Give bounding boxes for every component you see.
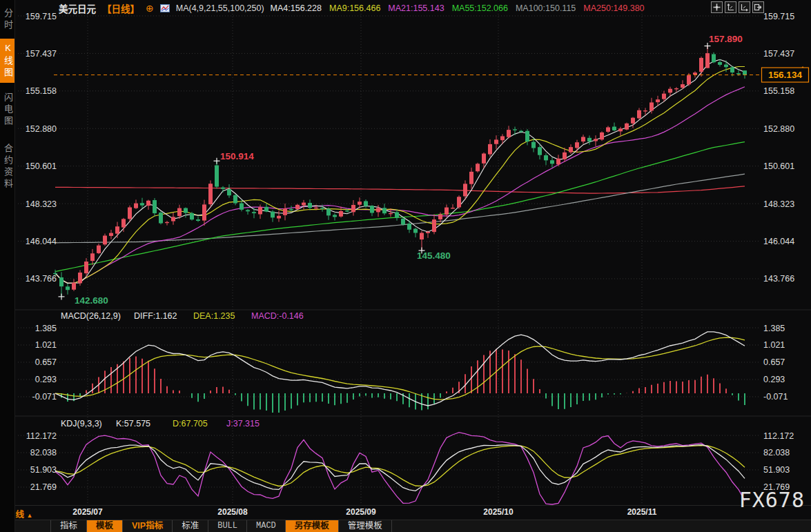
candle-body	[432, 219, 436, 232]
exit-chart-icon[interactable]	[752, 1, 764, 13]
candle-body	[289, 209, 293, 210]
macd-axis-label-left: 0.293	[35, 375, 57, 384]
ma9-line	[55, 67, 745, 284]
candle-body	[413, 229, 418, 233]
price-axis-label-left: 150.601	[26, 161, 57, 171]
candle-body	[476, 164, 480, 171]
candle-body	[339, 211, 343, 217]
tab-bar-spacer	[12, 520, 50, 532]
candle-body	[146, 201, 150, 206]
kdj-axis-label-left: 51.903	[30, 465, 57, 475]
price-chart[interactable]: 156.134157.890150.914145.480142.680159.7…	[0, 0, 811, 506]
candle-body	[538, 147, 542, 155]
footer-tab-指标[interactable]: 指标	[50, 520, 87, 532]
j-line	[55, 433, 745, 504]
time-axis-row: 日线 ▲ 2025/072025/082025/092025/102025/11	[0, 506, 811, 520]
price-axis-label-right: 152.880	[763, 124, 794, 134]
macd-axis-label-right: 1.021	[763, 340, 785, 350]
candle-body	[736, 73, 741, 74]
candle-body	[78, 273, 82, 283]
ma-value-2: MA21:155.143	[388, 3, 444, 13]
axis-zoom-horizontal-icon[interactable]	[739, 1, 750, 13]
footer-tab-标准[interactable]: 标准	[173, 520, 208, 532]
footer-tab-VIP指标[interactable]: VIP指标	[123, 520, 173, 532]
sidebar: 分时图 K线图 闪电图 合约资料	[0, 0, 15, 532]
sidebar-item-candle-chart[interactable]: K线图	[0, 39, 15, 83]
kdj-axis-label-left: 21.769	[30, 482, 57, 492]
macd-axis-label-right: -0.071	[763, 392, 788, 402]
kdj-axis-label-right: 82.038	[763, 448, 790, 457]
candle-body	[569, 147, 573, 152]
candle-body	[625, 124, 629, 130]
candle-body	[494, 139, 498, 144]
axis-zoom-vertical-icon[interactable]	[725, 1, 736, 13]
ma55-line	[55, 142, 745, 272]
candle-body	[103, 236, 107, 245]
main-panel	[55, 59, 745, 283]
candle-body	[407, 224, 411, 230]
fx678-watermark: FX678	[739, 488, 805, 512]
candle-body	[420, 233, 424, 239]
macd-legend-1: DEA:1.235	[193, 311, 235, 321]
candle-body	[326, 209, 331, 216]
mini-chart-icon[interactable]	[160, 4, 170, 12]
footer-tab-BULL[interactable]: BULL	[208, 520, 247, 532]
candle-body	[295, 205, 300, 209]
candle-body	[681, 84, 685, 88]
candle-body	[444, 208, 449, 215]
macd-axis-label-right: 0.657	[763, 357, 785, 367]
sidebar-item-contract-info[interactable]: 合约资料	[0, 137, 15, 197]
pan-icon[interactable]	[711, 1, 723, 13]
candle-body	[500, 136, 505, 140]
footer-tab-MACD[interactable]: MACD	[247, 520, 286, 532]
candle-body	[482, 154, 486, 164]
candle-body	[743, 70, 747, 75]
add-circle-icon[interactable]: ⊕	[146, 4, 154, 12]
candle-body	[674, 88, 678, 89]
footer-tab-管理模板[interactable]: 管理模板	[339, 520, 392, 532]
trading-app-window: { "header": { "symbol": "美元日元", "period_…	[0, 0, 811, 532]
candle-body	[109, 233, 113, 236]
candle-body	[587, 138, 592, 141]
candle-body	[718, 62, 722, 65]
candle-body	[333, 215, 337, 217]
kdj-axis-label-right: 112.172	[763, 431, 794, 441]
sidebar-item-lightning-chart[interactable]: 闪电图	[0, 87, 15, 132]
candle-body	[121, 219, 126, 227]
candle-body	[563, 152, 567, 159]
d-line	[55, 446, 745, 486]
candles	[53, 46, 747, 297]
candle-body	[351, 205, 355, 212]
candle-body	[687, 75, 691, 84]
chart-toolbar	[711, 1, 764, 13]
price-axis-label-right: 143.766	[763, 274, 794, 284]
price-axis-label-right: 150.601	[763, 161, 794, 171]
candle-body	[724, 65, 728, 68]
candle-body	[128, 207, 132, 219]
ma100-line	[55, 174, 745, 243]
candle-body	[72, 283, 76, 290]
price-axis-label-left: 159.715	[26, 12, 57, 21]
candle-body	[159, 213, 163, 223]
price-axis-label-left: 148.323	[26, 199, 57, 209]
candle-body	[594, 139, 598, 141]
macd-legend-2: MACD:-0.146	[251, 311, 304, 321]
kdj-legend-1: D:67.705	[173, 419, 208, 428]
candle-body	[656, 99, 660, 102]
diff-line	[55, 332, 745, 406]
candle-body	[662, 94, 666, 99]
candle-body	[140, 203, 144, 205]
ma-value-5: MA250:149.380	[583, 3, 644, 13]
candle-body	[606, 128, 610, 132]
candle-body	[438, 214, 442, 219]
footer-tab-另存模板[interactable]: 另存模板	[286, 520, 339, 532]
footer-tab-模板[interactable]: 模板	[87, 520, 123, 532]
price-axis-label-left: 157.437	[26, 49, 57, 59]
candle-body	[469, 172, 473, 184]
candle-body	[171, 217, 175, 221]
price-annotation: 142.680	[75, 295, 108, 306]
month-label: 2025/09	[346, 507, 375, 517]
sidebar-item-timeline-chart[interactable]: 分时图	[0, 3, 15, 37]
ma-legend: MA4:156.228MA9:156.466MA21:155.143MA55:1…	[271, 3, 645, 13]
candle-body	[581, 137, 585, 141]
